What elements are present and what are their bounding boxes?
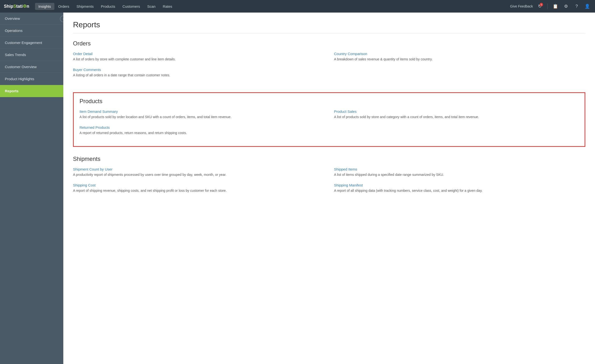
report-returned-products: Returned Products A report of returned p… [80, 125, 324, 136]
report-product-sales: Product Sales A list of products sold by… [334, 109, 579, 120]
shipped-items-link[interactable]: Shipped Items [334, 167, 585, 171]
report-shipment-count-by-user: Shipment Count by User A productivity re… [73, 167, 324, 177]
products-section-title: Products [80, 98, 579, 105]
orders-reports-grid: Order Detail A list of orders by store w… [73, 52, 585, 84]
shipment-count-by-user-desc: A productivity report of shipments proce… [73, 172, 324, 177]
report-shipping-manifest: Shipping Manifest A report of all shippi… [334, 183, 585, 193]
buyer-comments-link[interactable]: Buyer Comments [73, 68, 324, 72]
top-navigation: ShipStati⚙n Insights Orders Shipments Pr… [0, 0, 595, 13]
nav-orders[interactable]: Orders [55, 3, 73, 10]
give-feedback-link[interactable]: Give Feedback [510, 4, 533, 8]
sidebar-item-sales-trends[interactable]: Sales Trends [0, 49, 63, 61]
shipping-manifest-link[interactable]: Shipping Manifest [334, 183, 585, 187]
returned-products-link[interactable]: Returned Products [80, 125, 324, 129]
report-buyer-comments: Buyer Comments A listing of all orders i… [73, 68, 324, 78]
sidebar-item-customer-overview[interactable]: Customer Overview [0, 61, 63, 73]
shipments-section-title: Shipments [73, 156, 585, 162]
sidebar-item-customer-engagement[interactable]: Customer Engagement [0, 37, 63, 49]
help-icon-button[interactable]: ? [573, 2, 580, 10]
shipping-cost-desc: A report of shipping revenue, shipping c… [73, 188, 324, 193]
country-comparison-link[interactable]: Country Comparison [334, 52, 585, 56]
nav-scan[interactable]: Scan [144, 3, 159, 10]
sidebar-item-overview[interactable]: Overview [0, 13, 63, 25]
item-demand-summary-desc: A list of products sold by order locatio… [80, 114, 324, 120]
user-avatar-button[interactable]: 👤 [583, 2, 591, 10]
notification-badge: 1 [540, 3, 543, 6]
shipment-count-by-user-link[interactable]: Shipment Count by User [73, 167, 324, 171]
main-content: Reports Orders Order Detail A list of or… [63, 13, 595, 364]
sidebar-item-reports[interactable]: Reports [0, 85, 63, 97]
products-reports-grid: Item Demand Summary A list of products s… [80, 109, 579, 141]
nav-rates[interactable]: Rates [159, 3, 175, 10]
shipments-reports-grid: Shipment Count by User A productivity re… [73, 167, 585, 199]
returned-products-desc: A report of returned products, return re… [80, 130, 324, 136]
nav-customers[interactable]: Customers [119, 3, 144, 10]
orders-section-title: Orders [73, 40, 585, 47]
product-sales-link[interactable]: Product Sales [334, 109, 579, 114]
nav-products[interactable]: Products [97, 3, 118, 10]
nav-divider [547, 3, 548, 9]
shipments-section: Shipments Shipment Count by User A produ… [73, 156, 585, 199]
nav-links: Insights Orders Shipments Products Custo… [35, 3, 510, 10]
refresh-button[interactable]: ↻ 1 [536, 2, 544, 10]
report-item-demand-summary: Item Demand Summary A list of products s… [80, 109, 324, 120]
report-shipped-items: Shipped Items A list of items shipped du… [334, 167, 585, 177]
settings-icon-button[interactable]: ⚙ [562, 2, 570, 10]
report-shipping-cost: Shipping Cost A report of shipping reven… [73, 183, 324, 193]
orders-section: Orders Order Detail A list of orders by … [73, 40, 585, 84]
nav-insights[interactable]: Insights [35, 3, 54, 10]
products-section: Products Item Demand Summary A list of p… [73, 92, 585, 147]
sidebar: ‹ Overview Operations Customer Engagemen… [0, 13, 63, 364]
nav-right-actions: Give Feedback ↻ 1 📋 ⚙ ? 👤 [510, 2, 591, 10]
clipboard-icon-button[interactable]: 📋 [551, 2, 559, 10]
shipping-manifest-desc: A report of all shipping data (with trac… [334, 188, 585, 193]
buyer-comments-desc: A listing of all orders in a date range … [73, 73, 324, 78]
report-country-comparison: Country Comparison A breakdown of sales … [334, 52, 585, 62]
nav-shipments[interactable]: Shipments [73, 3, 97, 10]
shipped-items-desc: A list of items shipped during a specifi… [334, 172, 585, 177]
logo[interactable]: ShipStati⚙n [4, 4, 29, 9]
item-demand-summary-link[interactable]: Item Demand Summary [80, 109, 324, 114]
report-order-detail: Order Detail A list of orders by store w… [73, 52, 324, 62]
page-divider [73, 33, 585, 33]
order-detail-desc: A list of orders by store with complete … [73, 57, 324, 62]
sidebar-item-product-highlights[interactable]: Product Highlights [0, 73, 63, 85]
main-layout: ‹ Overview Operations Customer Engagemen… [0, 13, 595, 364]
country-comparison-desc: A breakdown of sales revenue & quantity … [334, 57, 585, 62]
order-detail-link[interactable]: Order Detail [73, 52, 324, 56]
page-title: Reports [73, 20, 585, 29]
product-sales-desc: A list of products sold by store and cat… [334, 114, 579, 120]
shipping-cost-link[interactable]: Shipping Cost [73, 183, 324, 187]
sidebar-item-operations[interactable]: Operations [0, 25, 63, 37]
